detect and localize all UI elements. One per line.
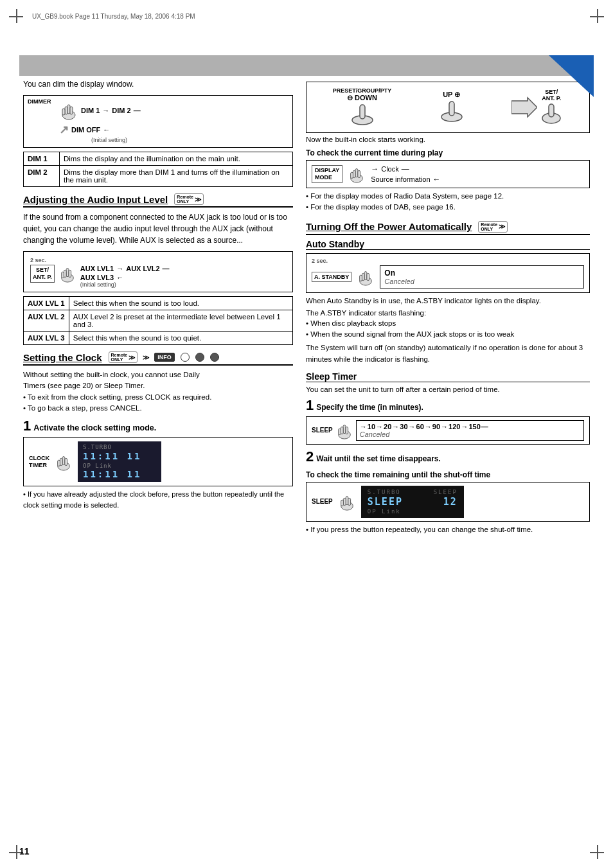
header-triangle-decoration bbox=[549, 55, 594, 97]
left-column: Changing the Display Brightness You can … bbox=[23, 61, 293, 535]
aux-table: AUX LVL 1 Select this when the sound is … bbox=[23, 296, 293, 345]
standby-text2: The A.STBY indicator starts flashing: bbox=[306, 309, 590, 317]
aux-lvl1: AUX LVL1 bbox=[80, 265, 114, 272]
auxlvl2-key: AUX LVL 2 bbox=[24, 310, 69, 332]
svg-rect-8 bbox=[64, 270, 66, 277]
svg-rect-42 bbox=[341, 500, 343, 506]
section-clock-title: Setting the Clock RemoteONLY ≫ ≫ INFO bbox=[23, 351, 293, 366]
right-column: 2 Adjust the hour, then the minute. PRES… bbox=[306, 61, 590, 535]
dim2-key: DIM 2 bbox=[24, 166, 60, 187]
arr-lvl1-lvl2: → bbox=[116, 265, 123, 272]
icon-circle-c3 bbox=[210, 353, 219, 362]
remote-badge-audio: RemoteONLY ≫ bbox=[174, 193, 204, 205]
svg-rect-36 bbox=[346, 427, 348, 434]
svg-rect-7 bbox=[66, 269, 69, 277]
sleep-flow-diagram: SLEEP →10→20→30 bbox=[306, 416, 590, 445]
screen-digits1: 11:11 11 bbox=[83, 451, 156, 461]
sleep-timer-title: Sleep Timer bbox=[306, 371, 590, 382]
svg-rect-17 bbox=[360, 105, 365, 119]
hand-icon-display bbox=[348, 165, 366, 183]
bullet-rds: • For the display modes of Radio Data Sy… bbox=[306, 191, 590, 202]
svg-rect-34 bbox=[343, 425, 346, 433]
arrow-dimoff: ← bbox=[103, 126, 110, 134]
sleep-step1: 1 Specify the time (in minutes). SLEEP bbox=[306, 397, 590, 445]
check-remaining-label: To check the time remaining until the sh… bbox=[306, 470, 590, 479]
remote-badge-turnoff: RemoteONLY ≫ bbox=[478, 221, 508, 233]
check-remaining-time: To check the time remaining until the sh… bbox=[306, 470, 590, 535]
clock-bullet1: • To exit from the clock setting, press … bbox=[23, 392, 293, 403]
dots-clock: ≫ bbox=[143, 354, 149, 361]
sleep-btn-label2: SLEEP bbox=[312, 498, 333, 505]
auxlvl3-value: Select this when the sound is too quiet. bbox=[69, 332, 292, 345]
arr-lvl2: — bbox=[163, 265, 170, 272]
table-row: AUX LVL 2 AUX Level 2 is preset at the i… bbox=[24, 310, 293, 332]
svg-rect-9 bbox=[69, 270, 71, 277]
turning-off-title: Turning Off the Power Automatically Remo… bbox=[306, 221, 590, 235]
step1-number: 1 bbox=[23, 418, 31, 434]
aux-lvl3: AUX LVL3 bbox=[80, 274, 114, 281]
table-row: AUX LVL 1 Select this when the sound is … bbox=[24, 297, 293, 310]
hand-icon-standby bbox=[357, 268, 375, 286]
sleep-timer-section: Sleep Timer You can set the unit to turn… bbox=[306, 371, 590, 535]
page-number: 11 bbox=[19, 846, 30, 856]
remaining-time-diagram: SLEEP S.TURBO SLE bbox=[306, 482, 590, 522]
two-sec-label: 2 sec. bbox=[30, 257, 286, 263]
sleep-flow: →10→20→30→60→90→120→150— bbox=[360, 423, 580, 430]
arrow-dim2-end: — bbox=[134, 107, 141, 114]
remote-badge-clock: RemoteONLY ≫ bbox=[109, 351, 138, 363]
auxlvl1-value: Select this when the sound is too loud. bbox=[69, 297, 292, 310]
standby-text1: When Auto Standby is in use, the A.STBY … bbox=[306, 296, 590, 306]
section-turning-off: Turning Off the Power Automatically Remo… bbox=[306, 221, 590, 536]
svg-rect-12 bbox=[62, 456, 65, 465]
hand-icon-aux bbox=[58, 265, 76, 283]
standby-bullet1: • When disc playback stops bbox=[306, 318, 590, 329]
corner-crosshair-tl bbox=[9, 9, 23, 23]
sleep-step2-num: 2 bbox=[306, 448, 314, 465]
svg-rect-31 bbox=[367, 273, 369, 280]
clock-bullet2: • To go back a step, press CANCEL. bbox=[23, 403, 293, 414]
sleep-step2: 2 Wait until the set time disappears. bbox=[306, 448, 590, 465]
remaining-note: • If you press the button repeatedly, yo… bbox=[306, 524, 590, 535]
screen-oplink2: OP Link bbox=[368, 508, 458, 515]
clock-screen: S.TURBO 11:11 11 OP Link 11:11 11 bbox=[78, 441, 161, 482]
check-time-diagram: DISPLAYMODE → Clo bbox=[306, 160, 590, 188]
display-mode-label: DISPLAYMODE bbox=[312, 165, 342, 183]
hand-icon-clock bbox=[55, 453, 73, 471]
hand-icon-brightness bbox=[59, 101, 78, 120]
svg-rect-15 bbox=[58, 460, 60, 466]
dim-off-label: DIM OFF bbox=[71, 126, 100, 134]
step2-clock: 2 Adjust the hour, then the minute. PRES… bbox=[306, 61, 590, 213]
svg-marker-0 bbox=[549, 55, 594, 97]
up-label: UP ⊕ bbox=[439, 91, 465, 99]
up-button-icon bbox=[439, 99, 465, 122]
svg-rect-40 bbox=[343, 498, 346, 505]
down-label: ⊖ DOWN bbox=[333, 94, 392, 102]
standby-bullets: • When disc playback stops • When the so… bbox=[306, 318, 590, 341]
section-audio-input: Adjusting the Audio Input Level RemoteON… bbox=[23, 193, 293, 345]
dim1-label: DIM 1 bbox=[81, 107, 100, 114]
hand-icon-sleep2 bbox=[338, 493, 356, 511]
sleep-canceled: Canceled bbox=[360, 430, 580, 438]
source-info-label: Source information bbox=[371, 175, 430, 183]
svg-rect-35 bbox=[341, 427, 343, 434]
sleep-timer-intro: You can set the unit to turn off after a… bbox=[306, 385, 590, 393]
svg-marker-20 bbox=[511, 98, 537, 117]
sleep-step1-label: Specify the time (in minutes). bbox=[316, 403, 423, 412]
svg-rect-19 bbox=[449, 102, 454, 116]
section-clock: Setting the Clock RemoteONLY ≫ ≫ INFO Wi… bbox=[23, 351, 293, 510]
dim2-value: Dims the display more than DIM 1 and tur… bbox=[60, 166, 293, 187]
sleep-num: 12 bbox=[443, 496, 458, 508]
auto-standby-title: Auto Standby bbox=[306, 239, 590, 250]
standby-bullet2: • When the sound signal from the AUX jac… bbox=[306, 329, 590, 340]
arrow-up-brightness: ↗ bbox=[59, 123, 69, 137]
svg-rect-2 bbox=[67, 105, 70, 114]
step2-note: Now the built-in clock starts working. bbox=[306, 136, 590, 143]
auxlvl2-value: AUX Level 2 is preset at the intermediat… bbox=[69, 310, 292, 332]
canceled-label: Canceled bbox=[384, 278, 580, 285]
svg-rect-30 bbox=[362, 273, 365, 280]
svg-rect-3 bbox=[65, 107, 67, 114]
clock-intro-line2: Timers (see page 20) or Sleep Timer. bbox=[23, 380, 293, 391]
auto-standby-section: Auto Standby 2 sec. A. STANDBY bbox=[306, 239, 590, 365]
dim1-value: Dims the display and the illumination on… bbox=[60, 152, 293, 166]
table-row: DIM 2 Dims the display more than DIM 1 a… bbox=[24, 166, 293, 187]
